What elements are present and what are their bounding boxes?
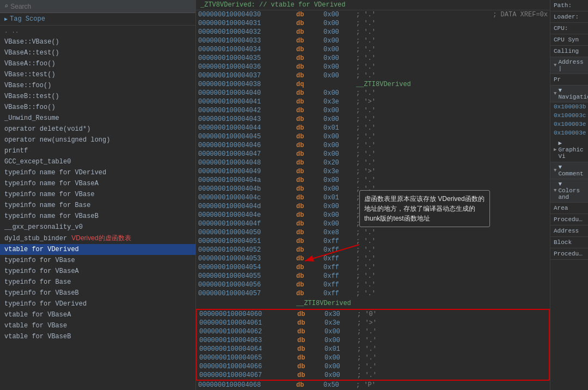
sidebar-item[interactable]: operator delete(void*): [0, 124, 195, 135]
nav-item[interactable]: 0x100003e: [550, 120, 588, 129]
operand: 0xff: [323, 254, 356, 263]
mnemonic: db: [296, 36, 323, 45]
disasm-row[interactable]: 0000000100004033db0x00; '.': [196, 36, 550, 45]
sidebar-item[interactable]: typeinfo for VBaseA: [0, 266, 195, 277]
disasm-row[interactable]: 000000010000404adb0x00; '.': [196, 176, 550, 185]
sidebar-item[interactable]: GCC_except_table0: [0, 156, 195, 167]
disasm-row[interactable]: 0000000100004035db0x00; '.': [196, 54, 550, 63]
sidebar-item[interactable]: typeinfo for VBaseB: [0, 288, 195, 298]
disasm-row[interactable]: 000000010000404cdb0x01; '.': [196, 193, 550, 202]
operand: 0x00: [323, 202, 356, 211]
disasm-row[interactable]: 0000000100004049db0x3e; '>': [196, 167, 550, 176]
sidebar-item[interactable]: VBaseB::foo(): [0, 102, 195, 113]
disasm-row[interactable]: 0000000100004054db0xff; '.': [196, 263, 550, 272]
colors-header[interactable]: ▼ Colors and: [550, 179, 588, 203]
address: 0000000100004062: [199, 327, 297, 336]
disasm-row[interactable]: 000000010000404bdb0x00; '.': [196, 185, 550, 193]
disasm-row[interactable]: 0000000100004062db0x00; '.': [196, 327, 550, 336]
sidebar-item[interactable]: typeinfo name for VBaseB: [0, 211, 195, 222]
disasm-row[interactable]: 0000000100004042db0x00; '.': [196, 106, 550, 115]
disasm-row[interactable]: 000000010000404fdb0x00; '.': [196, 220, 550, 228]
sidebar-item[interactable]: vtable for VBaseA: [0, 309, 195, 320]
sidebar-item[interactable]: vtable for VDerived: [0, 244, 195, 255]
disasm-row[interactable]: 0000000100004030db0x00; '.'; DATA XREF=0…: [196, 10, 550, 19]
disasm-row[interactable]: 0000000100004065db0x00; '.': [196, 354, 550, 362]
disasm-row[interactable]: 0000000100004036db0x00; '.': [196, 63, 550, 71]
sidebar-item[interactable]: vtable for VBase: [0, 320, 195, 331]
disasm-row[interactable]: 0000000100004044db0x01; '.': [196, 124, 550, 132]
search-input[interactable]: [10, 3, 191, 10]
disasm-row[interactable]: 0000000100004032db0x00; '.': [196, 28, 550, 36]
disasm-row[interactable]: 0000000100004046db0x00; '.': [196, 141, 550, 150]
mnemonic: db: [297, 310, 324, 319]
mnemonic: db: [297, 362, 324, 371]
disasm-row[interactable]: 0000000100004052db0xff; '.': [196, 246, 550, 254]
disasm-row[interactable]: 0000000100004031db0x00; '.': [196, 19, 550, 28]
disasm-row[interactable]: 0000000100004063db0x00; '.': [196, 336, 550, 345]
comment-header[interactable]: ▼ Comment: [550, 162, 588, 179]
comment: ; '.': [356, 89, 548, 97]
sidebar-item[interactable]: typeinfo name for Base: [0, 200, 195, 211]
disasm-row[interactable]: 0000000100004038dq__ZTI8VDerived: [196, 80, 550, 89]
disasm-row[interactable]: 0000000100004040db0x00; '.': [196, 89, 550, 97]
sidebar-item[interactable]: typeinfo name for VBase: [0, 189, 195, 200]
sidebar-item[interactable]: VBaseA::foo(): [0, 58, 195, 69]
disasm-row[interactable]: 0000000100004043db0x00; '.': [196, 115, 550, 124]
disasm-row[interactable]: 0000000100004067db0x00; '.': [196, 371, 550, 381]
disasm-area[interactable]: 0000000100004030db0x00; '.'; DATA XREF=0…: [196, 10, 550, 390]
cpu-sync-label: CPU Syn: [554, 36, 585, 43]
pr-label: Pr: [554, 76, 585, 83]
sidebar-item[interactable]: VBase::VBase(): [0, 36, 195, 47]
disasm-header: _ZTV8VDerived: // vtable for VDerived: [196, 0, 550, 10]
disasm-row[interactable]: 0000000100004048db0x20; '.': [196, 159, 550, 167]
nav-item[interactable]: 0x100003b: [550, 102, 588, 111]
sidebar-item[interactable]: typeinfo for Base: [0, 277, 195, 288]
disasm-row[interactable]: 000000010000404edb0x00; '.': [196, 211, 550, 220]
disasm-row[interactable]: 0000000100004045db0x00; '.': [196, 132, 550, 141]
disasm-row[interactable]: 0000000100004066db0x00; '.': [196, 362, 550, 371]
disasm-row[interactable]: 0000000100004034db0x00; '.': [196, 45, 550, 54]
disasm-row[interactable]: 0000000100004053db0xff; '.': [196, 254, 550, 263]
sidebar-item[interactable]: VBase::test(): [0, 69, 195, 80]
operand: 0xff: [323, 246, 356, 254]
sidebar-item[interactable]: VBaseA::test(): [0, 47, 195, 58]
disasm-row[interactable]: 000000010000404ddb0x00; '.': [196, 202, 550, 211]
graphic-vi-header[interactable]: ▶ Graphic Vi: [550, 137, 588, 162]
tag-scope[interactable]: Tag Scope: [0, 13, 195, 26]
operand: 0x00: [323, 19, 356, 28]
sidebar-item[interactable]: typeinfo name for VBaseA: [0, 178, 195, 189]
disasm-row[interactable]: 0000000100004037db0x00; '.': [196, 71, 550, 80]
sidebar-item[interactable]: typeinfo for VBase: [0, 255, 195, 266]
disasm-row[interactable]: 0000000100004055db0xff; '.': [196, 272, 550, 281]
disasm-row[interactable]: 0000000100004041db0x3e; '>': [196, 97, 550, 106]
nav-item[interactable]: 0x100003e: [550, 129, 588, 137]
sidebar-item[interactable]: vtable for VBaseB: [0, 331, 195, 342]
nav-item[interactable]: 0x100003c: [550, 111, 588, 120]
sidebar-item[interactable]: printf: [0, 145, 195, 156]
sidebar-item[interactable]: VBase::foo(): [0, 80, 195, 91]
mnemonic: db: [296, 132, 323, 141]
mnemonic: db: [296, 45, 323, 54]
sidebar-item[interactable]: dyld_stub_binderVDerived的虚函数表: [0, 233, 195, 244]
sidebar-item[interactable]: typeinfo name for VDerived: [0, 167, 195, 178]
sidebar-item[interactable]: __gxx_personality_v0: [0, 222, 195, 233]
operand: 0x00: [323, 176, 356, 185]
sidebar-item[interactable]: operator new(unsigned long): [0, 135, 195, 145]
disasm-row[interactable]: 0000000100004056db0xff; '.': [196, 281, 550, 289]
disasm-row[interactable]: 0000000100004064db0x01; '.': [196, 345, 550, 354]
disasm-row[interactable]: 0000000100004047db0x00; '.': [196, 150, 550, 159]
sidebar-item[interactable]: typeinfo for VDerived: [0, 298, 195, 309]
sidebar-item[interactable]: _Unwind_Resume: [0, 113, 195, 124]
mnemonic: db: [296, 54, 323, 63]
sidebar-item[interactable]: VBaseB::test(): [0, 91, 195, 102]
disasm-row[interactable]: 0000000100004068db0x50; 'P': [196, 381, 550, 389]
disasm-row[interactable]: 0000000100004051db0xff; '.': [196, 237, 550, 246]
operand: 0xff: [323, 272, 356, 281]
navigation-header[interactable]: ▼ Navigation: [550, 86, 588, 102]
disasm-row[interactable]: 0000000100004061db0x3e; '>': [196, 319, 550, 327]
disasm-row[interactable]: 0000000100004060db0x30; '0': [196, 309, 550, 319]
disasm-row[interactable]: 0000000100004050db0xe8; '.': [196, 228, 550, 237]
comment: ; '.': [356, 272, 548, 281]
disasm-row[interactable]: 0000000100004057db0xff; '.': [196, 289, 550, 298]
address-header[interactable]: Address |: [550, 57, 588, 74]
